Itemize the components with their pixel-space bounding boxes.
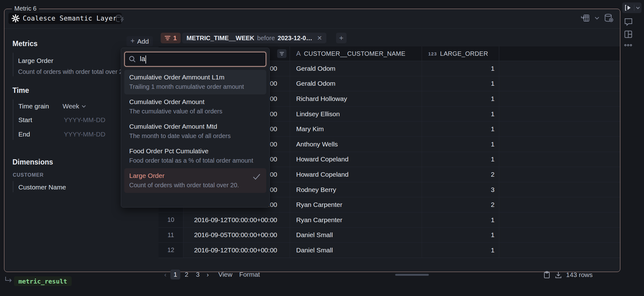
remove-filter-icon[interactable]: ✕ <box>317 34 322 42</box>
customer-name-cell[interactable]: Daniel Small <box>290 228 422 243</box>
metric-option[interactable]: Food Order Pct Cumulative Food order tot… <box>124 144 266 168</box>
previous-page-icon[interactable]: ‹ <box>162 270 169 279</box>
start-label: Start <box>18 116 32 124</box>
coalesce-badge: Coalesce Semantic Layer <box>8 13 122 24</box>
chevron-down-icon[interactable] <box>594 17 599 20</box>
empty-cell <box>499 137 620 152</box>
metric-indent-line <box>13 53 13 76</box>
large-order-cell[interactable]: 2 <box>422 197 499 212</box>
semantic-source-icon[interactable] <box>115 14 125 24</box>
move-to-table-icon[interactable] <box>581 14 590 22</box>
end-date-input[interactable]: YYYY-MM-DD <box>64 131 105 138</box>
customer-name-cell[interactable]: Rodney Berry <box>290 182 422 197</box>
copy-icon[interactable] <box>543 271 551 279</box>
metric-time-cell[interactable]: 2016-09-05T00:00:00+00:00 <box>183 228 290 243</box>
large-order-cell[interactable]: 1 <box>422 91 499 106</box>
badge-label: Coalesce Semantic Layer <box>23 15 117 22</box>
empty-cell <box>499 197 620 212</box>
add-metric-button[interactable]: + Add <box>126 36 153 46</box>
empty-cell <box>499 243 620 258</box>
metric-search-input[interactable]: la <box>124 52 266 67</box>
check-icon <box>253 173 261 180</box>
search-icon <box>129 55 136 63</box>
filter-pill[interactable]: METRIC_TIME__WEEK before 2023-12-0… ✕ <box>182 33 326 43</box>
page-button[interactable]: 2 <box>182 270 192 279</box>
metric-option-description: Food order total as a % of total order a… <box>129 157 261 164</box>
filter-value: 2023-12-0… <box>278 35 312 42</box>
metric-time-cell[interactable]: 2016-09-12T00:00:00+00:00 <box>183 212 290 227</box>
format-button[interactable]: Format <box>239 271 260 278</box>
customer-name-header[interactable]: A CUSTOMER__CUSTOMER_NAME <box>290 46 422 61</box>
empty-column-header <box>499 46 620 61</box>
page-button[interactable]: 1 <box>170 270 180 279</box>
filter-lines-icon <box>164 36 171 41</box>
metric-option[interactable]: Cumulative Order Ammount L1m Trailing 1 … <box>124 70 266 94</box>
filter-operator: before <box>257 35 275 42</box>
result-variable-pill[interactable]: metric_result <box>14 276 72 286</box>
large-order-cell[interactable]: 3 <box>422 182 499 197</box>
selected-metric-name[interactable]: Large Order <box>18 57 53 64</box>
column-label: CUSTOMER__CUSTOMER_NAME <box>304 50 405 57</box>
add-filter-button[interactable]: + <box>336 33 347 43</box>
run-cell-icon[interactable] <box>622 5 634 11</box>
empty-cell <box>499 107 620 122</box>
metric-option-description: Count of orders with order total over 20… <box>129 182 261 189</box>
large-order-cell[interactable]: 1 <box>422 61 499 76</box>
customer-name-cell[interactable]: Ryan Carpenter <box>290 212 422 227</box>
large-order-cell[interactable]: 1 <box>422 243 499 258</box>
start-date-input[interactable]: YYYY-MM-DD <box>64 116 105 124</box>
large-order-cell[interactable]: 1 <box>422 212 499 227</box>
text-type-icon: A <box>296 50 301 58</box>
customer-name-cell[interactable]: Lindsey Ellison <box>290 107 422 122</box>
large-order-cell[interactable]: 1 <box>422 137 499 152</box>
more-options-icon[interactable] <box>624 44 632 46</box>
metric-option[interactable]: Cumulative Order Amount Mtd The month to… <box>124 119 266 144</box>
run-options-chevron-icon[interactable] <box>634 7 642 9</box>
metric-option-title: Cumulative Order Amount Mtd <box>129 123 261 130</box>
table-row[interactable]: 10 2016-09-12T00:00:00+00:00 Ryan Carpen… <box>159 212 620 228</box>
row-count-label: 143 rows <box>566 271 593 279</box>
customer-name-cell[interactable]: Ryan Carpenter <box>290 197 422 212</box>
large-order-cell[interactable]: 1 <box>422 107 499 122</box>
customer-name-cell[interactable]: Gerald Odom <box>290 61 422 76</box>
metric-option-title: Large Order <box>129 172 261 179</box>
empty-cell <box>499 91 620 106</box>
metric-time-cell[interactable]: 2016-09-12T00:00:00+00:00 <box>183 243 290 258</box>
dimension-name[interactable]: Customer Name <box>18 184 66 191</box>
view-button[interactable]: View <box>218 271 232 278</box>
table-row[interactable]: 12 2016-09-12T00:00:00+00:00 Daniel Smal… <box>159 243 620 258</box>
run-cell-split-button <box>622 2 642 13</box>
page-button[interactable]: 3 <box>193 270 203 279</box>
table-row[interactable]: 11 2016-09-05T00:00:00+00:00 Daniel Smal… <box>159 228 620 243</box>
next-page-icon[interactable]: › <box>204 270 211 279</box>
large-order-cell[interactable]: 2 <box>422 167 499 182</box>
horizontal-scrollbar[interactable] <box>395 274 429 276</box>
customer-name-cell[interactable]: Gerald Odom <box>290 76 422 91</box>
metric-cell-card: Metric 6 Coalesce Semantic Layer <box>4 9 620 272</box>
customer-name-cell[interactable]: Anthony Wells <box>290 137 422 152</box>
table-info: 143 rows <box>543 271 593 279</box>
layout-columns-icon[interactable] <box>624 30 632 38</box>
download-icon[interactable] <box>555 271 562 279</box>
column-filter-icon[interactable] <box>277 49 286 58</box>
large-order-cell[interactable]: 1 <box>422 228 499 243</box>
customer-name-cell[interactable]: Daniel Small <box>290 243 422 258</box>
dimension-indent-line <box>13 181 13 192</box>
large-order-cell[interactable]: 1 <box>422 76 499 91</box>
metric-option[interactable]: Large Order Count of orders with order t… <box>124 168 266 193</box>
large-order-cell[interactable]: 1 <box>422 152 499 167</box>
customer-name-cell[interactable]: Howard Copeland <box>290 167 422 182</box>
database-preview-icon[interactable] <box>604 13 614 23</box>
large-order-header[interactable]: 123 LARGE_ORDER <box>422 46 499 61</box>
customer-name-cell[interactable]: Richard Holloway <box>290 91 422 106</box>
comment-icon[interactable] <box>624 17 633 26</box>
filter-count-chip[interactable]: 1 <box>161 33 181 43</box>
metric-option-title: Food Order Pct Cumulative <box>129 147 261 155</box>
customer-name-cell[interactable]: Howard Copeland <box>290 152 422 167</box>
text-cursor <box>145 55 146 64</box>
large-order-cell[interactable]: 1 <box>422 122 499 136</box>
time-grain-select[interactable]: Week <box>63 103 86 110</box>
metric-option[interactable]: Cumulative Order Amount The cumulative v… <box>124 94 266 119</box>
customer-name-cell[interactable]: Mary Kim <box>290 122 422 136</box>
empty-cell <box>499 76 620 91</box>
